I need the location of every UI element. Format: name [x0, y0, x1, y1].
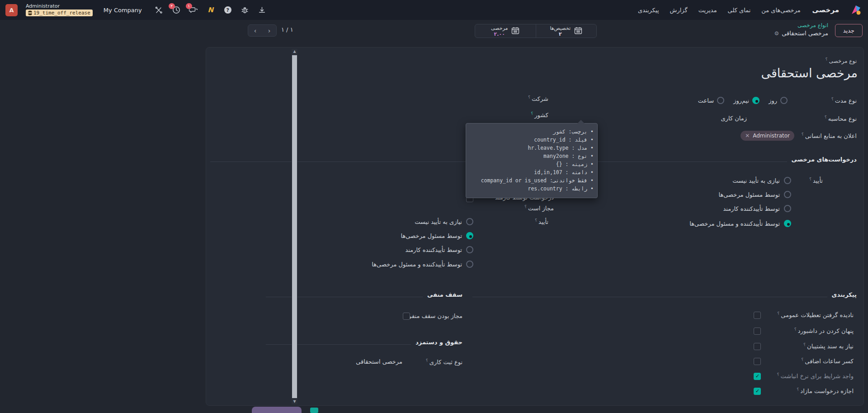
negative-cap-label: مجاز بودن سقف منفی؟	[403, 312, 462, 319]
pager-previous-button[interactable]: ‹	[248, 25, 262, 36]
work-entry-type-value[interactable]: مرخصی استحقاقی	[356, 358, 402, 365]
tooltip-item: مدل : hr.leave.type	[471, 144, 594, 152]
send-message-button-partial[interactable]	[252, 407, 302, 413]
database-name: 19_time_off_release	[33, 9, 90, 16]
radio-icon[interactable]	[466, 261, 473, 268]
company-field-label: شرکت؟	[528, 95, 548, 102]
radio-icon[interactable]	[466, 218, 473, 225]
top-navbar: مرخصی مرخصی‌های من نمای کلی مدیریت گزارش…	[0, 0, 868, 20]
calc-type-label: نوع محاسبه؟	[825, 115, 857, 122]
approval-right-option-1[interactable]: توسط مسئول مرخصی‌ها	[718, 190, 791, 199]
gear-icon[interactable]: ⚙	[774, 30, 779, 37]
control-panel: جدید انواع مرخصی مرخصی استحقاقی ⚙ تخصیص‌…	[0, 20, 868, 41]
install-download-icon[interactable]	[258, 5, 267, 14]
negative-cap-checkbox[interactable]	[403, 313, 410, 320]
user-name: Administrator	[26, 4, 93, 9]
config-label-hide-dashboard: پنهان کردن در داشبورد؟	[794, 327, 854, 334]
tag-label: Administrator	[753, 133, 790, 139]
radio-icon[interactable]	[784, 177, 791, 184]
tag-remove-icon[interactable]: ✕	[745, 133, 750, 139]
record-title-input[interactable]: مرخصی استحقاقی	[761, 66, 858, 80]
stat-allocations-label: تخصیص‌ها	[550, 26, 571, 31]
app-name[interactable]: مرخصی	[812, 6, 839, 14]
app-logo-icon[interactable]	[850, 4, 862, 16]
systray: A Administrator 19_time_off_release My C…	[5, 0, 267, 20]
config-label-deduct-extra-hours: کسر ساعات اضافی؟	[802, 357, 854, 365]
ai-icon[interactable]: N	[206, 5, 215, 14]
stat-buttons: تخصیص‌ها ۲ مرخصی ۲.۰۰	[475, 24, 597, 38]
calendar-icon	[574, 27, 582, 36]
tooltip-item: زمینه : {}	[471, 160, 594, 168]
stat-allocations-button[interactable]: تخصیص‌ها ۲	[536, 24, 597, 38]
config-checkbox-hide-dashboard[interactable]	[754, 328, 761, 335]
radio-icon[interactable]	[780, 97, 788, 104]
new-button[interactable]: جدید	[835, 24, 863, 37]
help-mark: ؟	[826, 57, 828, 62]
stat-time-off-value: ۲.۰۰	[494, 32, 505, 37]
help-icon[interactable]: ?	[223, 5, 232, 14]
bug-icon[interactable]	[241, 5, 250, 14]
config-checkbox-public-holidays[interactable]	[754, 312, 761, 319]
config-checkbox-deduct-extra-hours[interactable]	[754, 358, 761, 365]
tools-icon[interactable]	[155, 5, 164, 14]
duration-type-label: نوع مدت؟	[831, 97, 857, 104]
approval-right-option-2[interactable]: توسط تأییدکننده کارمند	[723, 204, 791, 213]
messages-badge: ۱	[186, 3, 192, 9]
scroll-up-arrow[interactable]: ▲	[292, 49, 297, 54]
notified-user-tag[interactable]: ✕ Administrator	[741, 131, 794, 141]
radio-option-hours[interactable]: ساعت	[698, 97, 724, 104]
config-checkbox-accrual-rate[interactable]	[754, 373, 761, 380]
config-label-allow-excess: اجازه درخواست مازاد؟	[797, 387, 854, 394]
notify-hr-label: اعلان به منابع انسانی؟	[802, 132, 857, 139]
section-divider	[472, 297, 827, 297]
activities-clock-icon[interactable]: ۲	[172, 5, 181, 14]
stat-time-off-button[interactable]: مرخصی ۲.۰۰	[475, 24, 536, 38]
approval-left-option-3[interactable]: توسط تأییدکننده و مسئول مرخصی‌ها	[372, 260, 473, 268]
calendar-icon	[511, 27, 519, 36]
scrollbar-thumb[interactable]	[292, 55, 297, 398]
activities-badge: ۲	[169, 3, 175, 9]
pager-next-button[interactable]: ›	[262, 25, 276, 36]
approval-left-option-1[interactable]: توسط مسئول مرخصی‌ها	[401, 232, 473, 240]
menu-configuration[interactable]: پیکربندی	[638, 7, 659, 14]
tooltip-item: برچسب: کشور	[471, 128, 594, 136]
breadcrumb-parent-link[interactable]: انواع مرخصی	[774, 22, 828, 29]
leave-type-field-label: نوع مرخصی؟	[826, 57, 857, 64]
work-entry-type-label: نوع ثبت کاری؟	[426, 358, 462, 366]
config-checkbox-supporting-document[interactable]	[754, 343, 761, 350]
radio-checked-icon[interactable]	[784, 220, 791, 227]
pager-counter: ۱ / ۱	[281, 26, 293, 33]
approval-right-option-3[interactable]: توسط تأییدکننده و مسئول مرخصی‌ها	[689, 219, 791, 228]
radio-option-half-day[interactable]: نیم‌روز	[733, 97, 760, 104]
vertical-scrollbar[interactable]: ▲ ▼	[292, 49, 297, 404]
approval-right-option-0[interactable]: نیازی به تأیید نیست	[732, 176, 791, 185]
avatar[interactable]: A	[5, 4, 18, 16]
stat-time-off-label: مرخصی	[491, 26, 508, 31]
config-checkbox-allow-excess[interactable]	[754, 388, 761, 395]
tooltip-item: فقط خواندنی: company_id or is_used	[471, 176, 594, 185]
database-icon	[28, 10, 32, 15]
country-field-label: کشور؟	[531, 111, 548, 119]
radio-checked-icon[interactable]	[466, 232, 473, 239]
radio-icon[interactable]	[784, 191, 791, 198]
approval-left-option-0[interactable]: نیازی به تأیید نیست	[415, 218, 473, 226]
menu-reporting[interactable]: گزارش	[670, 7, 688, 14]
config-label-public-holidays: نادیده گرفتن تعطیلات عمومی؟	[778, 311, 854, 318]
database-badge[interactable]: 19_time_off_release	[26, 9, 93, 16]
approval-left-option-2[interactable]: توسط تأییدکننده کارمند	[405, 246, 473, 254]
section-divider	[266, 344, 411, 345]
menu-overview[interactable]: نمای کلی	[728, 7, 751, 14]
menu-management[interactable]: مدیریت	[698, 7, 717, 14]
radio-option-day[interactable]: روز	[769, 97, 788, 104]
odoo-time-off-type-form: { "nav": { "app": "مرخصی", "items": ["مر…	[0, 0, 868, 413]
radio-checked-icon[interactable]	[752, 97, 760, 104]
radio-icon[interactable]	[784, 205, 791, 212]
calc-type-value[interactable]: زمان کاری	[721, 115, 747, 122]
radio-icon[interactable]	[466, 246, 473, 253]
menu-my-time-off[interactable]: مرخصی‌های من	[761, 7, 800, 14]
chatter-avatar-partial	[310, 408, 318, 413]
radio-icon[interactable]	[717, 97, 724, 104]
company-switcher[interactable]: My Company	[104, 7, 142, 14]
scroll-down-arrow[interactable]: ▼	[292, 399, 297, 404]
messages-icon[interactable]: ۱	[189, 5, 198, 14]
